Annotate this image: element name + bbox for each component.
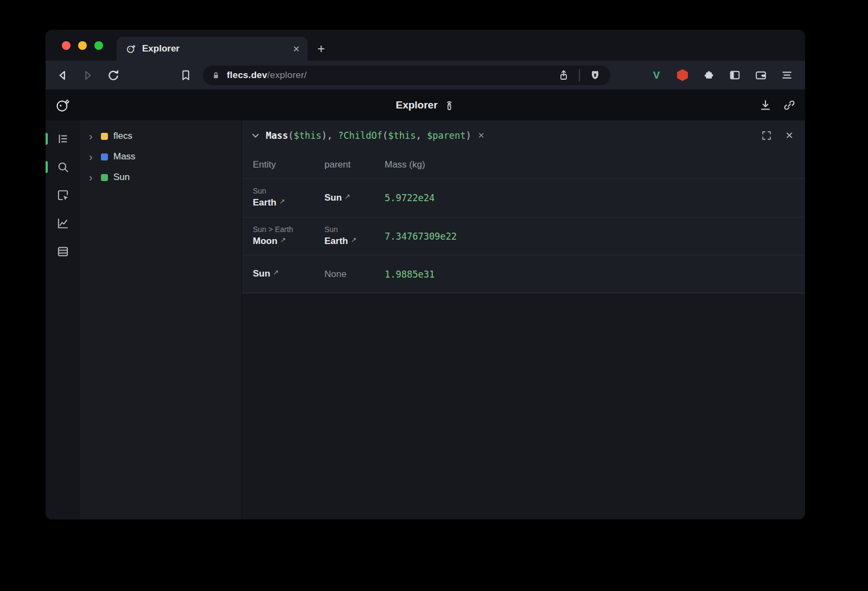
- extensions-puzzle-icon[interactable]: [701, 68, 716, 83]
- entity-swatch: [101, 174, 108, 181]
- entity-path: Sun > Earth: [253, 224, 324, 235]
- chevron-right-icon[interactable]: ›: [89, 152, 98, 161]
- query-panel-area: Mass($this), ?ChildOf($this, $parent) ✕ …: [241, 120, 805, 519]
- share-icon[interactable]: [556, 68, 571, 83]
- query-header: Mass($this), ?ChildOf($this, $parent) ✕ …: [242, 120, 805, 151]
- external-link-icon: ↗: [280, 234, 286, 247]
- tree-item-flecs[interactable]: › flecs: [80, 126, 241, 146]
- url-bar[interactable]: flecs.dev/explorer/: [203, 66, 610, 85]
- zoom-button[interactable]: [94, 41, 103, 50]
- sidebar-toggle-icon[interactable]: [727, 68, 742, 83]
- tree-item-label: flecs: [113, 131, 132, 142]
- fullscreen-icon[interactable]: [760, 129, 774, 143]
- tab-close-icon[interactable]: ✕: [293, 44, 300, 54]
- bookmark-icon[interactable]: [178, 68, 193, 83]
- column-header-entity: Entity: [253, 159, 324, 170]
- tree-item-mass[interactable]: › Mass: [80, 146, 241, 167]
- parent-link[interactable]: Sun: [324, 191, 342, 204]
- brave-shields-icon[interactable]: [588, 68, 603, 83]
- wallet-icon[interactable]: [753, 68, 768, 83]
- column-header-parent: parent: [324, 159, 385, 170]
- mass-value: 1.9885e31: [385, 269, 805, 280]
- header-actions: [757, 89, 797, 120]
- external-link-icon: ↗: [279, 195, 285, 208]
- share-link-icon[interactable]: [781, 97, 797, 113]
- toolbar-divider: [579, 69, 580, 81]
- chevron-right-icon[interactable]: ›: [89, 132, 98, 140]
- entity-swatch: [101, 133, 108, 140]
- url-text: flecs.dev/explorer/: [227, 70, 307, 81]
- journal-list-icon[interactable]: [55, 244, 71, 259]
- active-indicator: [46, 133, 48, 145]
- query-input[interactable]: Mass($this), ?ChildOf($this, $parent): [266, 130, 471, 141]
- stats-chart-icon[interactable]: [55, 216, 71, 231]
- chevron-right-icon[interactable]: ›: [89, 173, 98, 182]
- tab-title: Explorer: [142, 43, 180, 54]
- mass-value: 7.34767309e22: [385, 231, 805, 242]
- parent-none-label: None: [324, 268, 347, 281]
- explorer-body: › flecs › Mass › Sun: [46, 120, 805, 519]
- traffic-lights: [62, 30, 103, 61]
- table-row: Sun ↗ None 1.9885e31: [242, 255, 805, 293]
- back-button[interactable]: [55, 68, 70, 83]
- entity-swatch: [101, 153, 108, 160]
- flecs-favicon-icon: [125, 43, 136, 54]
- extension-cluster: V: [649, 68, 805, 83]
- table-header: Entity parent Mass (kg): [242, 151, 805, 179]
- url-path: /explorer/: [267, 70, 307, 80]
- new-tab-button[interactable]: +: [317, 41, 325, 56]
- query-clear-icon[interactable]: ✕: [478, 131, 485, 140]
- active-indicator: [46, 161, 48, 173]
- table-row: Sun Earth ↗ Sun ↗ 5.972: [242, 179, 805, 217]
- browser-tab[interactable]: Explorer ✕: [117, 37, 308, 61]
- vue-devtools-icon[interactable]: V: [649, 68, 664, 83]
- tree-view-icon[interactable]: [55, 131, 71, 146]
- entity-link[interactable]: Earth: [253, 196, 276, 209]
- entity-link[interactable]: Sun: [253, 267, 270, 280]
- tree-item-label: Mass: [113, 151, 136, 162]
- external-link-icon: ↗: [344, 190, 350, 203]
- browser-window: Explorer ✕ + fle: [46, 30, 805, 519]
- close-button[interactable]: [62, 41, 71, 50]
- menu-icon[interactable]: [779, 68, 794, 83]
- entity-tree: › flecs › Mass › Sun: [80, 120, 241, 519]
- mass-value: 5.9722e24: [385, 192, 805, 203]
- external-link-icon: ↗: [273, 266, 279, 279]
- url-host: flecs.dev: [227, 70, 267, 80]
- inspect-icon[interactable]: [55, 188, 71, 203]
- lock-icon[interactable]: [210, 70, 221, 81]
- reload-button[interactable]: [106, 68, 121, 83]
- column-header-mass: Mass (kg): [385, 159, 805, 170]
- tab-strip: Explorer ✕ +: [46, 30, 805, 61]
- parent-link[interactable]: Earth: [324, 235, 348, 248]
- explorer-header: Explorer: [46, 89, 805, 120]
- table-row: Sun > Earth Moon ↗ Sun Earth ↗: [242, 217, 805, 255]
- browser-toolbar: flecs.dev/explorer/ V: [46, 61, 805, 89]
- extension-hexagon-icon[interactable]: [675, 68, 690, 83]
- tree-item-sun[interactable]: › Sun: [80, 167, 241, 188]
- forward-button[interactable]: [80, 68, 95, 83]
- download-icon[interactable]: [757, 97, 774, 113]
- chevron-down-icon[interactable]: [250, 130, 261, 142]
- entity-link[interactable]: Moon: [253, 235, 277, 248]
- icon-rail: [46, 120, 80, 519]
- flecs-logo-icon[interactable]: [54, 97, 71, 113]
- remote-connection-icon[interactable]: [443, 98, 455, 112]
- external-link-icon: ↗: [350, 234, 356, 247]
- search-icon[interactable]: [55, 159, 71, 175]
- panel-close-icon[interactable]: ✕: [782, 129, 796, 143]
- tree-item-label: Sun: [113, 172, 130, 183]
- query-panel: Mass($this), ?ChildOf($this, $parent) ✕ …: [242, 120, 805, 293]
- entity-path: Sun: [253, 186, 324, 196]
- page-title: Explorer: [395, 98, 455, 112]
- minimize-button[interactable]: [78, 41, 87, 50]
